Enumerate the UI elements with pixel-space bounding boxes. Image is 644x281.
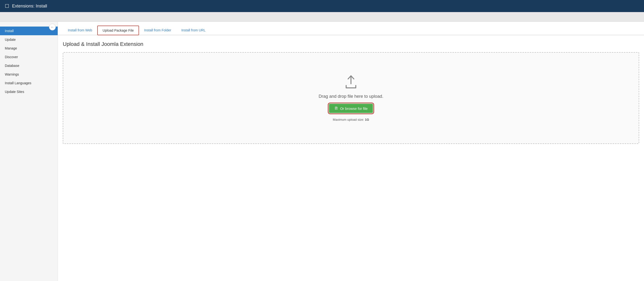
file-icon: 🖹 [334,106,338,110]
main-layout: ← InstallUpdateManageDiscoverDatabaseWar… [0,22,644,281]
content-body: Upload & Install Joomla Extension Drag a… [58,35,644,150]
top-bar: ☐ Extensions: Install [0,0,644,12]
sidebar-item-warnings[interactable]: Warnings [0,70,58,79]
page-title: Extensions: Install [12,4,47,9]
sidebar-item-manage[interactable]: Manage [0,44,58,53]
sidebar-item-discover[interactable]: Discover [0,53,58,61]
tab-install-from-web[interactable]: Install from Web [63,26,97,35]
tab-install-from-url[interactable]: Install from URL [176,26,210,35]
tabs-bar: Install from WebUpload Package FileInsta… [58,22,644,35]
page-heading: Upload & Install Joomla Extension [63,41,639,47]
puzzle-icon: ☐ [5,3,9,9]
browse-for-file-button[interactable]: 🖹 Or browse for file [329,104,373,113]
upload-icon [344,74,358,89]
max-upload-value: 1G [365,118,369,122]
tab-upload-package-file[interactable]: Upload Package File [97,26,139,35]
browse-btn-label: Or browse for file [340,106,368,110]
sidebar-item-database[interactable]: Database [0,61,58,70]
sidebar-item-update[interactable]: Update [0,35,58,44]
sub-bar [0,12,644,22]
max-upload-label: Maximum upload size: [333,118,364,122]
sidebar-collapse-button[interactable]: ← [49,24,56,30]
sidebar-item-install-languages[interactable]: Install Languages [0,79,58,88]
drag-text: Drag and drop file here to upload. [318,94,383,99]
sidebar-item-update-sites[interactable]: Update Sites [0,88,58,96]
tab-install-from-folder[interactable]: Install from Folder [139,26,176,35]
drop-zone[interactable]: Drag and drop file here to upload. 🖹 Or … [63,52,639,144]
sidebar-nav: InstallUpdateManageDiscoverDatabaseWarni… [0,26,58,96]
upload-icon-wrapper [344,74,358,89]
content-area: Install from WebUpload Package FileInsta… [58,22,644,281]
sidebar: ← InstallUpdateManageDiscoverDatabaseWar… [0,22,58,281]
max-upload-info: Maximum upload size: 1G [333,118,369,122]
